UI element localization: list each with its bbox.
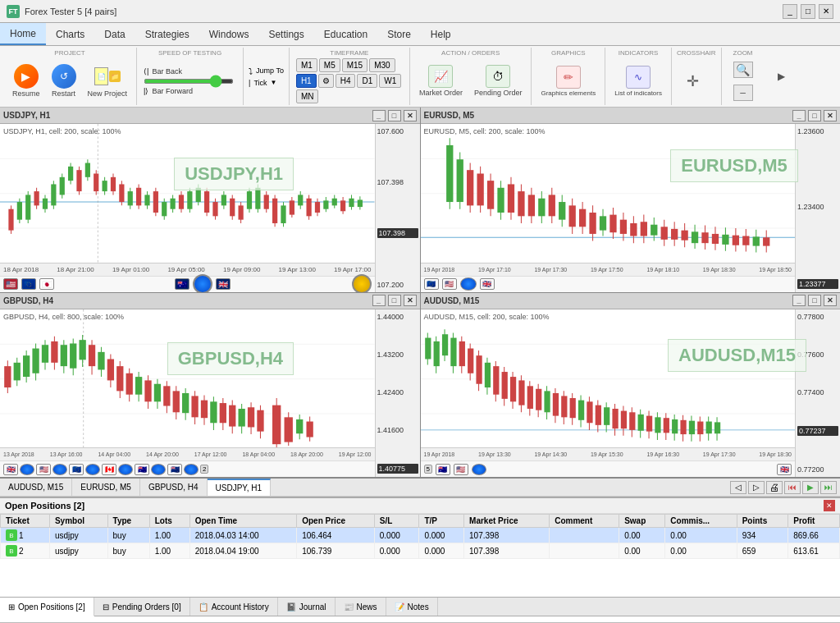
chart-tab-bar: AUDUSD, M15 EURUSD, M5 GBPUSD, H4 USDJPY… <box>0 477 840 497</box>
cell-commission-2: 0.00 <box>665 543 737 559</box>
print-button[interactable]: 🖨 <box>766 481 783 494</box>
tf-mn[interactable]: MN <box>296 89 319 103</box>
tf-settings[interactable]: ⚙ <box>318 74 334 88</box>
bar-forward-label[interactable]: Bar Forward <box>152 87 193 95</box>
positions-table-container[interactable]: Ticket Symbol Type Lots Open Time Open P… <box>0 514 840 597</box>
chart-usdjpy-h1-svg <box>0 124 375 263</box>
tf-h1[interactable]: H1 <box>296 74 317 88</box>
chart-gbpusd-h4-body[interactable]: GBPUSD, H4, cell: 800, scale: 100% GBPUS… <box>0 309 420 478</box>
globe-icon-2 <box>460 277 477 291</box>
menu-home[interactable]: Home <box>0 23 46 45</box>
chart-eurusd-m5-titlebar: EURUSD, M5 _ □ ✕ <box>421 108 841 124</box>
tick-label[interactable]: Tick <box>253 79 267 87</box>
close-panel-button[interactable]: ✕ <box>824 500 835 511</box>
new-project-button[interactable]: 📄 📁 New Project <box>84 62 132 100</box>
tick-dropdown-icon[interactable]: ▼ <box>271 79 277 86</box>
flag-gb-icon-2: 🇬🇧 <box>480 278 495 290</box>
tf-m1[interactable]: M1 <box>296 58 317 72</box>
chart-audusd-m15-close[interactable]: ✕ <box>824 295 837 306</box>
resume-button[interactable]: ▶ Resume <box>8 62 44 100</box>
chart-gbpusd-h4-maximize[interactable]: □ <box>388 295 401 306</box>
zoom-out-button[interactable]: – <box>727 82 760 103</box>
chart-eurusd-m5-price-axis: 1.23600 1.23400 1.23377 <box>795 124 840 292</box>
tab-account-history[interactable]: 📋 Account History <box>190 598 278 616</box>
flag-eu-icon-3: 🇪🇺 <box>69 464 84 475</box>
menu-settings[interactable]: Settings <box>258 23 313 45</box>
charts-area: USDJPY, H1 _ □ ✕ USDJPY, H1, cell: 200, … <box>0 108 840 477</box>
play-button[interactable]: ▶ <box>802 481 819 494</box>
timeframe-label: TIMEFRAME <box>296 49 403 57</box>
crosshair-add-button[interactable]: ✛ <box>677 67 710 95</box>
menu-data[interactable]: Data <box>94 23 135 45</box>
chart-gbpusd-h4-close[interactable]: ✕ <box>404 295 417 306</box>
cell-open-time-1: 2018.04.03 14:00 <box>189 528 297 543</box>
more-button[interactable]: ▶ <box>768 68 801 85</box>
tab-pending-orders[interactable]: ⊟ Pending Orders [0] <box>94 598 190 616</box>
tf-m15[interactable]: M15 <box>342 58 368 72</box>
menu-strategies[interactable]: Strategies <box>135 23 199 45</box>
menu-help[interactable]: Help <box>421 23 461 45</box>
tab-scroll-right[interactable]: ▷ <box>748 481 765 494</box>
cell-tp-1: 0.000 <box>419 528 464 543</box>
cell-comment-1 <box>550 528 619 543</box>
table-row[interactable]: B 1 usdjpy buy 1.00 2018.04.03 14:00 106… <box>1 528 840 543</box>
flag-nz-icon: 🇳🇿 <box>167 464 182 475</box>
chart-audusd-m15-time-axis: 19 Apr 2018 19 Apr 13:30 19 Apr 14:30 19… <box>421 447 796 460</box>
tab-open-positions[interactable]: ⊞ Open Positions [2] <box>0 598 94 616</box>
chart-usdjpy-h1-body[interactable]: USDJPY, H1, cell: 200, scale: 100% USDJP… <box>0 124 420 292</box>
table-row[interactable]: B 2 usdjpy buy 1.00 2018.04.04 19:00 106… <box>1 543 840 559</box>
tab-scroll-left[interactable]: ◁ <box>730 481 746 494</box>
chart-audusd-m15-minimize[interactable]: _ <box>792 295 806 306</box>
skip-start-button[interactable]: ⏮ <box>784 481 801 494</box>
skip-end-button[interactable]: ⏭ <box>820 481 837 494</box>
chart-audusd-m15: AUDUSD, M15 _ □ ✕ AUDUSD, M15, cell: 200… <box>421 293 841 478</box>
close-button[interactable]: ✕ <box>819 4 833 19</box>
chart-eurusd-m5-minimize[interactable]: _ <box>792 110 806 121</box>
tab-notes[interactable]: 📝 Notes <box>386 598 438 616</box>
restart-button[interactable]: ↺ Restart <box>48 62 80 100</box>
graphics-elements-button[interactable]: ✏ Graphics elements <box>536 63 600 99</box>
chart-tab-gbpusd-h4[interactable]: GBPUSD, H4 <box>140 479 208 496</box>
chart-eurusd-m5-time-axis: 19 Apr 2018 19 Apr 17:10 19 Apr 17:30 19… <box>421 263 796 276</box>
chart-usdjpy-h1-titlebar: USDJPY, H1 _ □ ✕ <box>0 108 420 124</box>
chart-tab-eurusd-m5[interactable]: EURUSD, M5 <box>72 479 140 496</box>
chart-usdjpy-h1-maximize[interactable]: □ <box>388 110 401 121</box>
menu-windows[interactable]: Windows <box>199 23 259 45</box>
chart-eurusd-m5-body[interactable]: EURUSD, M5, cell: 200, scale: 100% EURUS… <box>421 124 841 292</box>
row-icon-2: B <box>6 545 17 557</box>
chart-tab-audusd-m15[interactable]: AUDUSD, M15 <box>0 479 72 496</box>
speed-label: SPEED OF TESTING <box>144 49 236 57</box>
tf-d1[interactable]: D1 <box>357 74 377 88</box>
zoom-in-button[interactable]: 🔍 <box>727 59 760 80</box>
tf-h4[interactable]: H4 <box>336 74 356 88</box>
tf-m30[interactable]: M30 <box>369 58 395 72</box>
tf-m5[interactable]: M5 <box>319 58 340 72</box>
project-label: PROJECT <box>8 49 131 57</box>
minimize-button[interactable]: _ <box>783 4 797 19</box>
coin-icon-1 <box>352 274 372 292</box>
chart-usdjpy-h1-minimize[interactable]: _ <box>372 110 386 121</box>
chart-eurusd-m5-maximize[interactable]: □ <box>808 110 821 121</box>
chart-audusd-m15-maximize[interactable]: □ <box>808 295 821 306</box>
maximize-button[interactable]: □ <box>801 4 815 19</box>
menu-education[interactable]: Education <box>314 23 377 45</box>
menu-charts[interactable]: Charts <box>46 23 94 45</box>
chart-tab-usdjpy-h1[interactable]: USDJPY, H1 <box>208 479 272 496</box>
tab-news[interactable]: 📰 News <box>336 598 386 616</box>
menu-store[interactable]: Store <box>377 23 421 45</box>
speed-slider[interactable] <box>144 79 234 84</box>
tab-journal[interactable]: 📓 Journal <box>278 598 336 616</box>
chart-eurusd-m5-close[interactable]: ✕ <box>824 110 837 121</box>
chart-usdjpy-h1-close[interactable]: ✕ <box>404 110 417 121</box>
chart-gbpusd-h4-title: GBPUSD, H4 <box>3 296 53 305</box>
pending-order-button[interactable]: ⏱ Pending Order <box>470 62 527 99</box>
more-section: ▶ <box>765 48 804 105</box>
chart-usdjpy-h1-label: USDJPY,H1 <box>174 158 294 190</box>
chart-gbpusd-h4-minimize[interactable]: _ <box>372 295 386 306</box>
positions-header-bar: Open Positions [2] ✕ <box>0 498 840 514</box>
chart-audusd-m15-body[interactable]: AUDUSD, M15, cell: 200, scale: 100% AUDU… <box>421 309 841 478</box>
jump-to-label[interactable]: Jump To <box>256 66 284 75</box>
market-order-button[interactable]: 📈 Market Order <box>415 62 467 99</box>
list-of-indicators-button[interactable]: ∿ List of indicators <box>610 63 666 99</box>
tf-w1[interactable]: W1 <box>379 74 401 88</box>
